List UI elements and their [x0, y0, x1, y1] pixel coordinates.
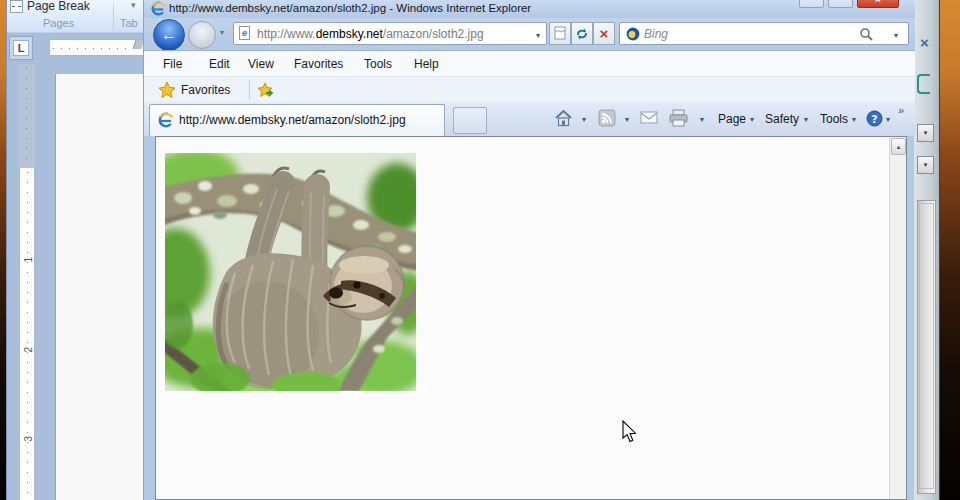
- ruler-ticks: [27, 172, 28, 500]
- tab-title: http://www.dembsky.net/amazon/sloth2.jpg: [179, 113, 437, 127]
- read-mail-icon[interactable]: [640, 111, 658, 124]
- vertical-ruler: 1 2 3: [19, 168, 35, 500]
- url-prefix: http://www.: [257, 27, 316, 41]
- word-window-fragment: Page Break Pages Tab ▾ L 1 2 3: [6, 0, 143, 500]
- scroll-option-button[interactable]: ▾: [917, 156, 934, 174]
- tab-bar: http://www.dembsky.net/amazon/sloth2.jpg…: [144, 102, 915, 136]
- recent-pages-dropdown-icon[interactable]: ▾: [220, 28, 224, 37]
- content-scrollbar[interactable]: ▴: [889, 137, 906, 499]
- ruler-ticks: [26, 68, 27, 168]
- screen: { "glyphs": { "dropdown": "▾", "up_arrow…: [0, 0, 960, 500]
- print-icon[interactable]: [668, 109, 689, 127]
- maximize-button[interactable]: [828, 0, 853, 8]
- help-icon[interactable]: ?: [866, 110, 883, 127]
- browser-viewport[interactable]: ▴: [155, 136, 907, 500]
- minimize-button[interactable]: [799, 0, 824, 8]
- rss-feed-icon[interactable]: [598, 109, 616, 127]
- add-to-favorites-bar-icon[interactable]: [257, 81, 275, 99]
- menu-edit[interactable]: Edit: [209, 57, 230, 71]
- pane-bracket-decoration: [917, 74, 930, 94]
- close-button[interactable]: ×: [857, 0, 899, 8]
- toolbar-separator: [249, 80, 250, 100]
- refresh-button[interactable]: [571, 22, 593, 45]
- ie-window: http://www.dembsky.net/amazon/sloth2.jpg…: [143, 0, 914, 500]
- home-icon[interactable]: [554, 109, 573, 128]
- tools-menu-button[interactable]: Tools: [820, 112, 848, 126]
- tools-dropdown-icon[interactable]: ▾: [852, 115, 856, 124]
- url-path: /amazon/sloth2.jpg: [383, 27, 484, 41]
- favorites-button[interactable]: Favorites: [181, 83, 230, 97]
- close-pane-icon[interactable]: ×: [920, 34, 929, 51]
- pages-group-label: Pages: [43, 17, 74, 29]
- new-tab-button[interactable]: [453, 107, 487, 134]
- page-favicon: e: [239, 26, 250, 40]
- scrollbar-thumb[interactable]: [919, 203, 934, 489]
- ribbon-separator: [113, 3, 114, 29]
- bing-logo-icon: [626, 27, 640, 41]
- menu-help[interactable]: Help: [414, 57, 439, 71]
- menu-favorites[interactable]: Favorites: [294, 57, 343, 71]
- search-options-dropdown-icon[interactable]: ▾: [894, 31, 898, 40]
- titlebar[interactable]: http://www.dembsky.net/amazon/sloth2.jpg…: [144, 0, 915, 18]
- window-title: http://www.dembsky.net/amazon/sloth2.jpg…: [169, 2, 531, 14]
- safety-dropdown-icon[interactable]: ▾: [804, 115, 808, 124]
- scroll-up-button[interactable]: ▴: [891, 138, 906, 155]
- ruler-ticks: [53, 48, 133, 49]
- tab-stop-selector[interactable]: L: [9, 36, 33, 60]
- active-tab[interactable]: http://www.dembsky.net/amazon/sloth2.jpg: [149, 104, 445, 136]
- search-icon[interactable]: [859, 27, 874, 42]
- ribbon-dropdown-icon[interactable]: ▾: [131, 0, 136, 10]
- address-dropdown-icon[interactable]: ▾: [536, 31, 540, 40]
- scroll-option-button[interactable]: ▾: [917, 124, 934, 142]
- background-window-edge: × ▾ ▾: [914, 0, 940, 500]
- svg-text:?: ?: [871, 113, 877, 126]
- page-menu-button[interactable]: Page: [718, 112, 746, 126]
- back-button[interactable]: ←: [153, 19, 185, 51]
- ruler-number: 3: [23, 432, 34, 442]
- ruler-number: 1: [23, 253, 34, 263]
- compatibility-view-button[interactable]: [549, 22, 571, 45]
- mouse-cursor: [622, 420, 638, 444]
- word-document-page[interactable]: [55, 74, 144, 500]
- forward-button[interactable]: [188, 21, 216, 49]
- address-bar-input[interactable]: e http://www.dembsky.net/amazon/sloth2.j…: [233, 22, 547, 45]
- word-ribbon: Page Break Pages Tab ▾: [7, 0, 144, 33]
- print-dropdown-icon[interactable]: ▾: [700, 115, 704, 124]
- horizontal-ruler: [49, 39, 144, 56]
- sloth-image: [165, 153, 416, 391]
- help-dropdown-icon[interactable]: ▾: [886, 115, 890, 124]
- tables-group-label: Tab: [120, 17, 138, 29]
- ie-logo-icon: [151, 1, 166, 16]
- menu-view[interactable]: View: [248, 57, 274, 71]
- search-engine-label: Bing: [644, 27, 668, 41]
- favorites-bar: Favorites: [144, 76, 915, 102]
- address-url: http://www.dembsky.net/amazon/sloth2.jpg: [257, 27, 484, 41]
- menu-bar: File Edit View Favorites Tools Help: [144, 50, 915, 76]
- home-dropdown-icon[interactable]: ▾: [582, 115, 586, 124]
- menu-tools[interactable]: Tools: [364, 57, 392, 71]
- menu-file[interactable]: File: [163, 57, 182, 71]
- page-break-icon: [10, 0, 23, 13]
- url-domain: dembsky.net: [316, 27, 383, 41]
- tab-stop-glyph: L: [13, 40, 29, 56]
- search-input[interactable]: Bing ▾: [619, 22, 909, 45]
- tab-favicon-ie-icon: [158, 112, 174, 128]
- stop-button[interactable]: ×: [593, 22, 615, 45]
- address-row: ← ▾ e http://www.dembsky.net/amazon/slot…: [144, 18, 915, 50]
- page-break-button[interactable]: Page Break: [10, 0, 90, 14]
- page-break-label: Page Break: [27, 0, 90, 13]
- favorites-star-icon[interactable]: [158, 81, 176, 99]
- toolbar-overflow-chevron[interactable]: »: [898, 104, 904, 116]
- rss-dropdown-icon[interactable]: ▾: [625, 115, 629, 124]
- safety-menu-button[interactable]: Safety: [765, 112, 799, 126]
- page-dropdown-icon[interactable]: ▾: [750, 115, 754, 124]
- ruler-number: 2: [23, 343, 34, 353]
- background-scrollbar[interactable]: [917, 200, 936, 494]
- vertical-ruler-margin: [19, 64, 35, 168]
